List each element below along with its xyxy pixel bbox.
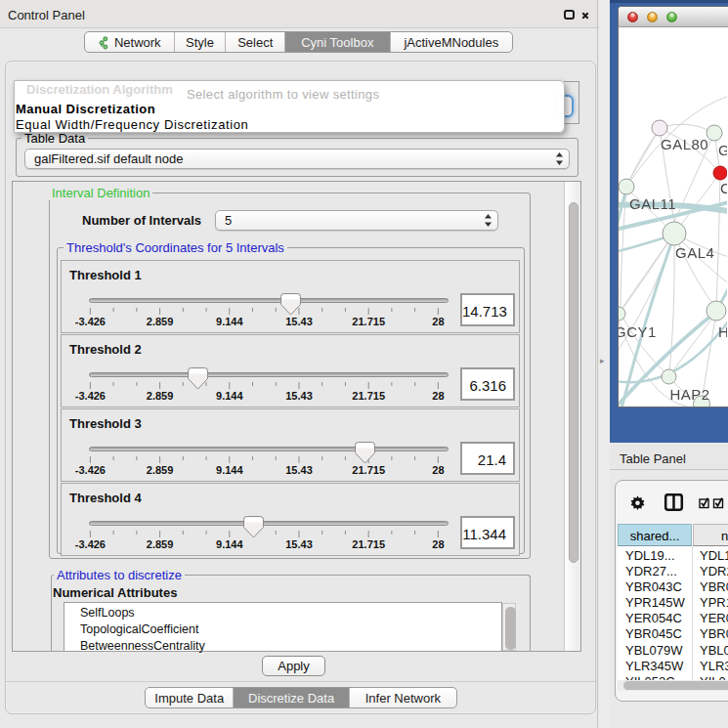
- svg-text:C: C: [720, 180, 727, 196]
- svg-text:GAL80: GAL80: [661, 136, 708, 152]
- svg-text:H: H: [718, 323, 727, 340]
- svg-text:GAL4: GAL4: [675, 244, 714, 261]
- svg-text:G: G: [718, 142, 727, 158]
- svg-text:GAL11: GAL11: [629, 195, 676, 212]
- svg-text:GCY1: GCY1: [619, 323, 657, 340]
- svg-text:HAP2: HAP2: [670, 386, 710, 403]
